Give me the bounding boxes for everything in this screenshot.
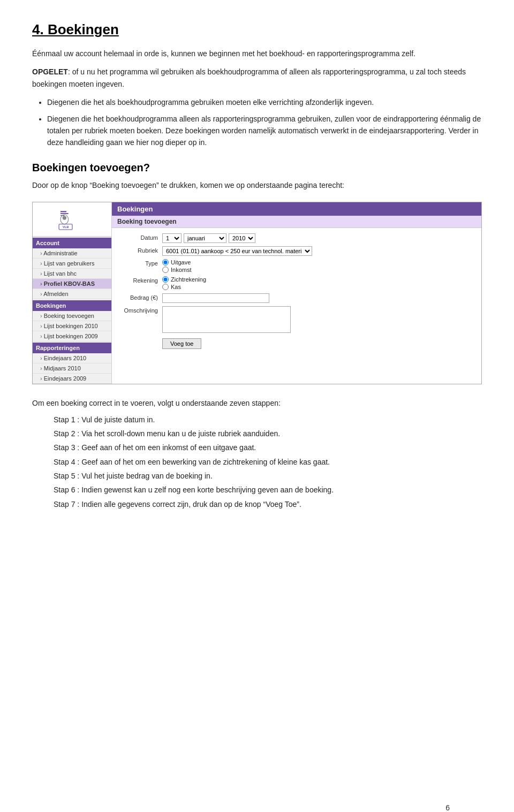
form-row-datum: Datum 1 januari 2010 (119, 233, 474, 243)
sidebar-logo-area: VLB (33, 202, 111, 237)
screenshot-mockup: VLB Account Administratie Lijst van gebr… (32, 202, 482, 384)
type-uitgave-label: Uitgave (171, 259, 191, 265)
sidebar-item-eindejaars-2010[interactable]: Eindejaars 2010 (33, 353, 111, 363)
rubriek-label: Rubriek (119, 246, 162, 254)
step-5: Stap 5 : Vul het juiste bedrag van de bo… (54, 470, 482, 482)
page-heading: 4. Boekingen (32, 21, 482, 38)
bedrag-label: Bedrag (€) (119, 293, 162, 301)
sidebar-rapporteringen-header: Rapporteringen (33, 343, 111, 353)
form-row-type: Type Uitgave Inkomst (119, 259, 474, 273)
step-1: Stap 1 : Vul de juiste datum in. (54, 414, 482, 426)
sidebar-item-afmelden[interactable]: Afmelden (33, 289, 111, 299)
rekening-controls: Zichtrekening Kas (162, 276, 474, 290)
sidebar-item-lijst-2010[interactable]: Lijst boekingen 2010 (33, 321, 111, 331)
svg-text:VLB: VLB (62, 225, 69, 229)
svg-point-4 (62, 216, 66, 219)
datum-label: Datum (119, 233, 162, 241)
form-area: Datum 1 januari 2010 (112, 228, 481, 358)
opgelet-paragraph: OPGELET: of u nu het programma wil gebru… (32, 66, 482, 90)
sidebar-item-profiel[interactable]: Profiel KBOV-BAS (33, 279, 111, 289)
vlb-logo-icon: VLB (56, 208, 88, 231)
rekening-zicht-label: Zichtrekening (171, 276, 206, 283)
intro-paragraph: Éénmaal uw account helemaal in orde is, … (32, 48, 482, 59)
sidebar-boekingen-header: Boekingen (33, 300, 111, 311)
form-row-submit: Voeg toe (119, 336, 474, 349)
opgelet-label: OPGELET (32, 67, 68, 76)
rekening-label: Rekening (119, 276, 162, 284)
step-2: Stap 2 : Via het scroll-down menu kan u … (54, 428, 482, 439)
rekening-zicht-radio[interactable] (162, 276, 169, 283)
form-row-rekening: Rekening Zichtrekening Kas (119, 276, 474, 290)
sidebar-account-header: Account (33, 238, 111, 248)
rekening-kas-radio[interactable] (162, 284, 169, 290)
type-inkomst-radio[interactable] (162, 267, 169, 273)
form-row-omschrijving: Omschrijving (119, 306, 474, 333)
opgelet-text: : of u nu het programma wil gebruiken al… (32, 67, 466, 88)
form-row-bedrag: Bedrag (€) (119, 293, 474, 303)
om-een-text: Om een boeking correct in te voeren, vol… (32, 397, 482, 409)
voeg-toe-button[interactable]: Voeg toe (162, 338, 201, 349)
datum-month-select[interactable]: januari (184, 233, 226, 243)
step-7: Stap 7 : Indien alle gegevens correct zi… (54, 498, 482, 510)
step-6: Stap 6 : Indien gewenst kan u zelf nog e… (54, 484, 482, 496)
datum-year-select[interactable]: 2010 (229, 233, 255, 243)
submit-controls: Voeg toe (162, 336, 474, 349)
sidebar-item-lijst-2009[interactable]: Lijst boekingen 2009 (33, 331, 111, 342)
omschrijving-controls (162, 306, 474, 333)
door-text: Door op de knop “Boeking toevoegen” te d… (32, 179, 482, 191)
sidebar-item-lijst-gebruikers[interactable]: Lijst van gebruikers (33, 259, 111, 269)
main-content: Boekingen Boeking toevoegen Datum 1 janu… (112, 202, 481, 384)
type-label: Type (119, 259, 162, 267)
sidebar-item-midjaars-2010[interactable]: Midjaars 2010 (33, 363, 111, 374)
main-header: Boekingen (112, 202, 481, 216)
rubriek-controls: 6001 (01.01) aankoop < 250 eur van techn… (162, 246, 474, 256)
step-3: Stap 3 : Geef aan of het om een inkomst … (54, 442, 482, 453)
bullet-item-2: Diegenen die het boekhoudprogramma allee… (47, 113, 482, 149)
submit-spacer (119, 336, 162, 337)
form-row-rubriek: Rubriek 6001 (01.01) aankoop < 250 eur v… (119, 246, 474, 256)
type-radio-group: Uitgave Inkomst (162, 259, 192, 273)
page-number: 6 (445, 803, 450, 812)
step-4: Stap 4 : Geef aan of het om een bewerkin… (54, 456, 482, 468)
datum-controls: 1 januari 2010 (162, 233, 474, 243)
bedrag-input[interactable] (162, 293, 269, 303)
sidebar-item-administratie[interactable]: Administratie (33, 248, 111, 259)
rekening-kas-row: Kas (162, 284, 206, 290)
omschrijving-textarea[interactable] (162, 306, 291, 333)
type-uitgave-radio[interactable] (162, 259, 169, 265)
rekening-zicht-row: Zichtrekening (162, 276, 206, 283)
rekening-radio-group: Zichtrekening Kas (162, 276, 206, 290)
rekening-kas-label: Kas (171, 284, 181, 290)
bullet-list: Diegenen die het als boekhoudprogramma g… (47, 96, 482, 149)
sub-heading: Boekingen toevoegen? (32, 162, 482, 174)
omschrijving-label: Omschrijving (119, 306, 162, 314)
type-inkomst-row: Inkomst (162, 267, 192, 273)
sidebar-item-boeking-toevoegen[interactable]: Boeking toevoegen (33, 311, 111, 321)
bullet-item-1: Diegenen die het als boekhoudprogramma g… (47, 96, 482, 108)
page-wrapper: 4. Boekingen Éénmaal uw account helemaal… (32, 21, 482, 812)
intro-text: Éénmaal uw account helemaal in orde is, … (32, 49, 415, 58)
sidebar-item-eindejaars-2009[interactable]: Eindejaars 2009 (33, 374, 111, 384)
datum-day-select[interactable]: 1 (162, 233, 182, 243)
steps-section: Om een boeking correct in te voeren, vol… (32, 397, 482, 510)
rubriek-select[interactable]: 6001 (01.01) aankoop < 250 eur van techn… (162, 246, 312, 256)
sidebar: VLB Account Administratie Lijst van gebr… (33, 202, 112, 384)
bedrag-controls (162, 293, 474, 303)
type-inkomst-label: Inkomst (171, 267, 192, 273)
type-uitgave-row: Uitgave (162, 259, 192, 265)
steps-list: Stap 1 : Vul de juiste datum in. Stap 2 … (54, 414, 482, 511)
sidebar-item-lijst-bhc[interactable]: Lijst van bhc (33, 269, 111, 279)
sub-header: Boeking toevoegen (112, 216, 481, 228)
type-controls: Uitgave Inkomst (162, 259, 474, 273)
